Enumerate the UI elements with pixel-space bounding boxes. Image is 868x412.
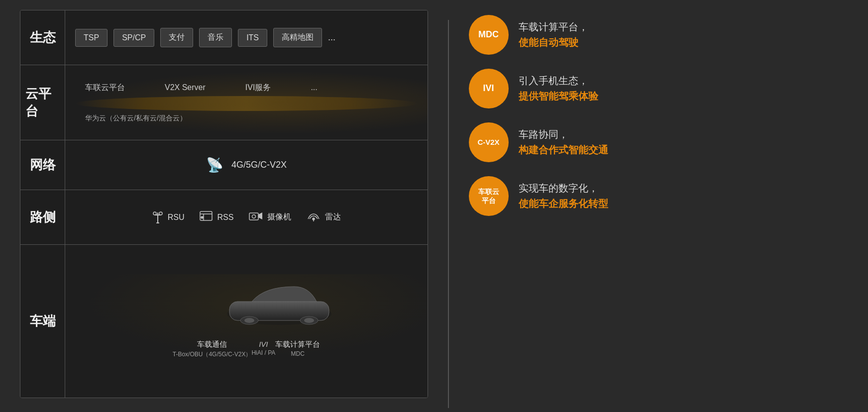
eco-content: TSP SP/CP 支付 音乐 ITS 高精地图 ...: [65, 20, 428, 55]
cloud-label: 云平台: [20, 65, 65, 140]
cloud-strip: [75, 96, 418, 111]
svg-rect-9: [249, 213, 258, 220]
rss-icon: [199, 210, 213, 224]
radar-label: 雷达: [325, 212, 341, 222]
ivi-text-highlight: 提供智能驾乘体验: [519, 90, 598, 103]
roadside-rss: RSS: [199, 210, 233, 224]
network-label: 网络: [20, 140, 65, 190]
cloud-service-2: V2X Server: [165, 83, 206, 92]
camera-icon: [248, 210, 263, 224]
svg-rect-0: [157, 212, 158, 223]
cv2x-badge: C-V2X: [469, 122, 509, 162]
v-sub-2: HiAI / PA: [251, 349, 275, 356]
v-sub-3: MDC: [291, 350, 305, 357]
network-layer: 网络 📡 4G/5G/C-V2X: [20, 140, 428, 190]
ivi-badge: IVI: [469, 69, 509, 108]
mdc-text-main: 车载计算平台，: [519, 20, 588, 34]
vehicle-layer: 车端: [20, 245, 428, 398]
svg-rect-5: [200, 211, 212, 220]
eco-tag-pay: 支付: [160, 28, 193, 47]
svg-point-3: [159, 212, 162, 215]
roadside-rsu: RSU: [152, 208, 185, 226]
cloud-badge: 车联云 平台: [469, 176, 509, 216]
rss-label: RSS: [217, 213, 233, 222]
right-item-ivi: IVI 引入手机生态， 提供智能驾乘体验: [469, 69, 849, 108]
eco-tag-music: 音乐: [199, 28, 232, 47]
cv2x-text: 车路协同， 构建合作式智能交通: [519, 128, 608, 157]
car-silhouette: [224, 282, 334, 328]
svg-point-18: [244, 318, 254, 323]
svg-point-11: [252, 214, 256, 218]
vehicle-labels: 车载通信 T-Box/OBU（4G/5G/C-V2X） IVI HiAI / P…: [163, 332, 330, 361]
eco-tag-its: ITS: [238, 29, 267, 47]
vehicle-item-2: IVI HiAI / PA: [251, 340, 275, 359]
eco-tag-tsp: TSP: [75, 29, 108, 47]
right-item-cloud: 车联云 平台 实现车的数字化， 使能车企服务化转型: [469, 176, 849, 216]
ivi-text: 引入手机生态， 提供智能驾乘体验: [519, 74, 598, 103]
svg-rect-4: [156, 222, 159, 223]
roadside-layer: 路侧 RSU: [20, 190, 428, 245]
v-title-1: 车载通信: [197, 340, 227, 349]
roadside-content: RSU RSS: [65, 201, 428, 234]
vehicle-content: 车载通信 T-Box/OBU（4G/5G/C-V2X） IVI HiAI / P…: [65, 274, 428, 369]
svg-point-12: [313, 218, 315, 220]
roadside-radar: 雷达: [306, 210, 341, 225]
cloud-huawei: 华为云（公有云/私有云/混合云）: [75, 111, 197, 132]
cloud-text: 实现车的数字化， 使能车企服务化转型: [519, 182, 608, 210]
svg-point-2: [153, 212, 156, 215]
network-text: 4G/5G/C-V2X: [231, 160, 287, 170]
cloud-service-4: ...: [311, 83, 317, 92]
eco-tag-map: 高精地图: [273, 28, 322, 47]
v-title-2: IVI: [259, 340, 268, 348]
vehicle-item-1: 车载通信 T-Box/OBU（4G/5G/C-V2X）: [173, 340, 252, 359]
eco-layer: 生态 TSP SP/CP 支付 音乐 ITS 高精地图 ...: [20, 10, 428, 65]
cloud-text-main: 实现车的数字化，: [519, 182, 608, 195]
vertical-divider: [448, 20, 449, 408]
eco-dots: ...: [328, 32, 335, 43]
eco-tag-spcp: SP/CP: [113, 29, 154, 47]
right-item-cv2x: C-V2X 车路协同， 构建合作式智能交通: [469, 122, 849, 162]
tower-icon: 📡: [206, 157, 223, 173]
mdc-text-highlight: 使能自动驾驶: [519, 36, 588, 49]
svg-point-8: [201, 216, 203, 218]
ivi-text-main: 引入手机生态，: [519, 74, 598, 88]
roadside-label: 路侧: [20, 190, 65, 244]
mdc-badge: MDC: [469, 15, 509, 55]
right-item-mdc: MDC 车载计算平台， 使能自动驾驶: [469, 15, 849, 55]
svg-point-19: [304, 318, 314, 323]
network-content: 📡 4G/5G/C-V2X: [65, 149, 428, 181]
left-panel: 生态 TSP SP/CP 支付 音乐 ITS 高精地图 ... 云平台 车联云平…: [20, 10, 428, 398]
camera-label: 摄像机: [267, 212, 291, 222]
rsu-label: RSU: [168, 213, 185, 222]
vehicle-item-3: 车载计算平台 MDC: [275, 340, 320, 359]
mdc-text: 车载计算平台， 使能自动驾驶: [519, 20, 588, 49]
svg-marker-10: [258, 212, 262, 219]
main-container: 生态 TSP SP/CP 支付 音乐 ITS 高精地图 ... 云平台 车联云平…: [0, 0, 868, 412]
cloud-content: 车联云平台 V2X Server IVI服务 ... 华为云（公有云/私有云/混…: [65, 65, 428, 140]
cloud-services: 车联云平台 V2X Server IVI服务 ...: [75, 74, 327, 96]
radar-icon: [306, 210, 321, 225]
cv2x-text-main: 车路协同，: [519, 128, 608, 141]
cloud-text-highlight: 使能车企服务化转型: [519, 197, 608, 210]
cloud-service-3: IVI服务: [245, 83, 271, 93]
eco-label: 生态: [20, 10, 65, 65]
v-title-3: 车载计算平台: [275, 340, 320, 349]
rsu-icon: [152, 208, 164, 226]
right-panel: MDC 车载计算平台， 使能自动驾驶 IVI 引入手机生态， 提供智能驾乘体验 …: [469, 10, 849, 216]
cv2x-text-highlight: 构建合作式智能交通: [519, 143, 608, 157]
cloud-layer: 云平台 车联云平台 V2X Server IVI服务 ... 华为云（公有云/私…: [20, 65, 428, 140]
vehicle-label: 车端: [20, 245, 65, 398]
cloud-service-1: 车联云平台: [85, 83, 125, 93]
v-sub-1: T-Box/OBU（4G/5G/C-V2X）: [173, 350, 252, 359]
roadside-camera: 摄像机: [248, 210, 291, 224]
